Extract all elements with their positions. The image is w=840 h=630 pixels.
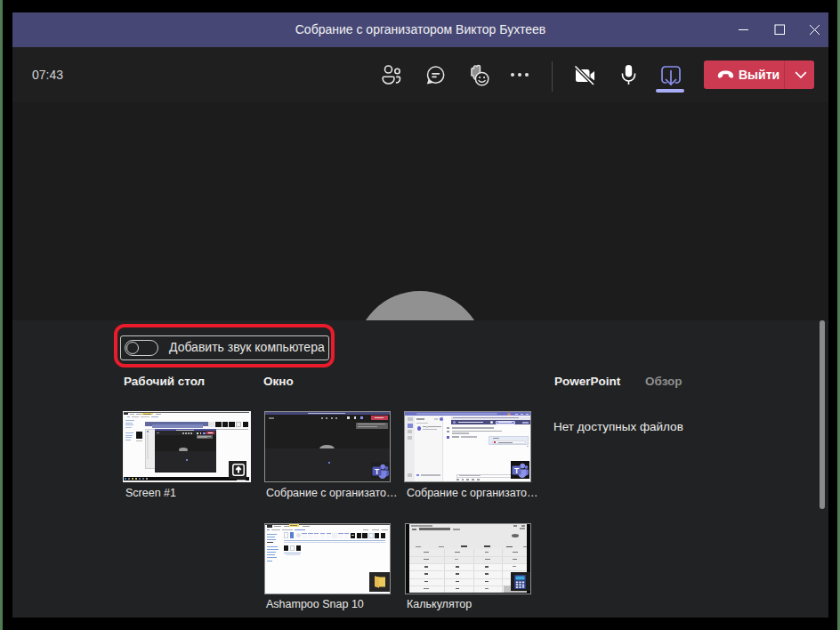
- svg-text:T: T: [514, 466, 520, 475]
- svg-text:T: T: [374, 466, 379, 475]
